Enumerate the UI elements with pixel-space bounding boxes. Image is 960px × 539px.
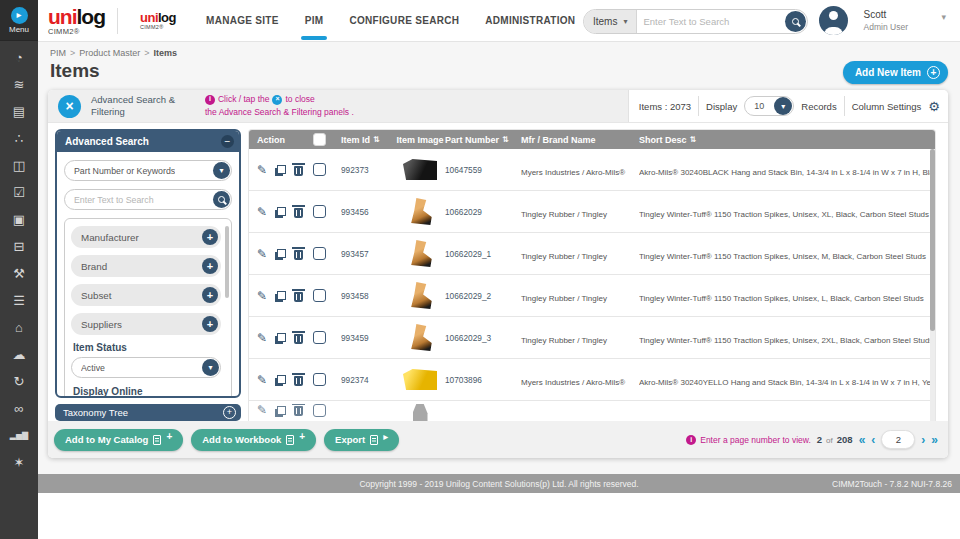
advanced-search-header[interactable]: Advanced Search − bbox=[57, 131, 239, 152]
row-checkbox[interactable] bbox=[313, 404, 326, 417]
gear-icon[interactable]: ⚙ bbox=[928, 99, 940, 114]
cloud-upload-icon[interactable]: ☁ bbox=[0, 341, 38, 368]
delete-icon[interactable] bbox=[294, 250, 303, 260]
advanced-search-placeholder[interactable]: Enter Text to Search bbox=[74, 195, 154, 205]
menu-button[interactable]: ▸ Menu bbox=[0, 0, 38, 41]
filter-suppliers[interactable]: Suppliers + bbox=[71, 313, 221, 335]
expand-plus-icon[interactable]: + bbox=[202, 229, 218, 245]
copy-icon[interactable] bbox=[277, 249, 286, 258]
search-button[interactable] bbox=[785, 11, 806, 32]
product-notes-icon[interactable]: ▤ bbox=[0, 98, 38, 125]
filter-manufacturer[interactable]: Manufacturer + bbox=[71, 226, 221, 248]
taxonomy-tree-bar[interactable]: Taxonomy Tree + bbox=[55, 404, 241, 421]
export-button[interactable]: Export ▸ bbox=[324, 429, 399, 451]
sort-icon[interactable]: ⇅ bbox=[690, 135, 697, 144]
layers-icon[interactable]: ≋ bbox=[0, 71, 38, 98]
warehouse-icon[interactable]: ⌂ bbox=[0, 314, 38, 341]
nav-manage-site[interactable]: MANAGE SITE bbox=[206, 0, 279, 42]
delete-icon[interactable] bbox=[294, 166, 303, 176]
last-page-button[interactable]: » bbox=[931, 434, 938, 446]
column-settings-label[interactable]: Column Settings bbox=[852, 101, 922, 112]
prev-page-button[interactable]: ‹ bbox=[871, 434, 875, 446]
search-scope-select[interactable]: Items ▾ bbox=[584, 10, 637, 33]
catalog-book-icon[interactable]: ◫ bbox=[0, 152, 38, 179]
media-gallery-icon[interactable]: ▣ bbox=[0, 206, 38, 233]
tools-icon[interactable]: ⚒ bbox=[0, 260, 38, 287]
search-go-button[interactable] bbox=[213, 191, 230, 208]
sitemap-icon[interactable]: ∴ bbox=[0, 125, 38, 152]
row-checkbox[interactable] bbox=[313, 373, 326, 386]
expand-plus-icon[interactable]: + bbox=[202, 316, 218, 332]
reports-chart-icon[interactable]: ▂▅▇ bbox=[0, 422, 38, 449]
collapse-icon[interactable]: − bbox=[221, 135, 234, 148]
dashboard-icon[interactable]: ◔ bbox=[0, 44, 38, 71]
user-menu[interactable]: Scott Admin User bbox=[864, 9, 908, 32]
copy-icon[interactable] bbox=[277, 406, 286, 415]
row-checkbox[interactable] bbox=[313, 331, 326, 344]
row-checkbox[interactable] bbox=[313, 163, 326, 176]
partners-icon[interactable]: ∞ bbox=[0, 395, 38, 422]
copy-icon[interactable] bbox=[277, 207, 286, 216]
add-to-workbook-button[interactable]: Add to Workbook + bbox=[191, 429, 316, 451]
edit-icon[interactable]: ✎ bbox=[257, 248, 267, 260]
search-input[interactable] bbox=[637, 16, 785, 27]
nav-administration[interactable]: ADMINISTRATION bbox=[485, 0, 575, 42]
nav-configure-search[interactable]: CONFIGURE SEARCH bbox=[349, 0, 459, 42]
breadcrumb-pim[interactable]: PIM bbox=[50, 48, 66, 58]
row-checkbox[interactable] bbox=[313, 247, 326, 260]
user-avatar[interactable] bbox=[819, 6, 848, 35]
edit-icon[interactable]: ✎ bbox=[257, 332, 267, 344]
edit-icon[interactable]: ✎ bbox=[257, 374, 267, 386]
header-short-desc[interactable]: Short Desc bbox=[639, 135, 687, 145]
edit-icon[interactable]: ✎ bbox=[257, 290, 267, 302]
close-advanced-search-button[interactable]: × bbox=[58, 95, 81, 118]
product-image[interactable] bbox=[407, 240, 433, 267]
page-number-input[interactable]: 2 bbox=[881, 430, 915, 449]
product-image[interactable] bbox=[407, 198, 433, 225]
add-to-my-catalog-button[interactable]: Add to My Catalog + bbox=[54, 429, 183, 451]
edit-icon[interactable]: ✎ bbox=[257, 206, 267, 218]
table-scrollbar-thumb[interactable] bbox=[930, 149, 935, 331]
copy-icon[interactable] bbox=[277, 333, 286, 342]
product-image[interactable] bbox=[403, 159, 437, 180]
records-per-page-select[interactable]: 10 ▾ bbox=[744, 96, 794, 116]
delete-icon[interactable] bbox=[294, 208, 303, 218]
row-checkbox[interactable] bbox=[313, 289, 326, 302]
product-image[interactable] bbox=[407, 282, 433, 309]
row-checkbox[interactable] bbox=[313, 205, 326, 218]
breadcrumb-product-master[interactable]: Product Master bbox=[79, 48, 140, 58]
product-image[interactable] bbox=[407, 324, 433, 351]
product-image[interactable] bbox=[403, 369, 437, 390]
delete-icon[interactable] bbox=[294, 376, 303, 386]
product-image[interactable] bbox=[413, 404, 428, 421]
filter-subset[interactable]: Subset + bbox=[71, 284, 221, 306]
first-page-button[interactable]: « bbox=[859, 434, 866, 446]
next-page-button[interactable]: › bbox=[921, 434, 925, 446]
expand-plus-icon[interactable]: + bbox=[202, 287, 218, 303]
delete-icon[interactable] bbox=[294, 292, 303, 302]
expand-plus-icon[interactable]: + bbox=[202, 258, 218, 274]
item-status-select[interactable]: Active ▾ bbox=[71, 357, 221, 378]
copy-icon[interactable] bbox=[277, 165, 286, 174]
select-all-checkbox[interactable] bbox=[313, 133, 326, 146]
sync-icon[interactable]: ↻ bbox=[0, 368, 38, 395]
edit-icon[interactable]: ✎ bbox=[257, 164, 267, 176]
bug-icon[interactable]: ✶ bbox=[0, 449, 38, 476]
panel-scrollbar[interactable] bbox=[225, 226, 229, 298]
delete-icon[interactable] bbox=[294, 406, 303, 416]
expand-plus-icon[interactable]: + bbox=[223, 406, 236, 419]
nav-pim[interactable]: PIM bbox=[305, 0, 324, 42]
header-item-id[interactable]: Item Id bbox=[341, 135, 370, 145]
delete-icon[interactable] bbox=[294, 334, 303, 344]
edit-icon[interactable]: ✎ bbox=[257, 404, 267, 416]
copy-icon[interactable] bbox=[277, 375, 286, 384]
header-part-number[interactable]: Part Number bbox=[445, 135, 499, 145]
filter-brand[interactable]: Brand + bbox=[71, 255, 221, 277]
add-new-item-button[interactable]: Add New Item + bbox=[843, 61, 948, 84]
sort-icon[interactable]: ⇅ bbox=[502, 135, 509, 144]
print-icon[interactable]: ⊟ bbox=[0, 233, 38, 260]
list-icon[interactable]: ☰ bbox=[0, 287, 38, 314]
table-scrollbar[interactable] bbox=[930, 149, 935, 421]
sort-icon[interactable]: ⇅ bbox=[373, 135, 380, 144]
user-chevron-down-icon[interactable]: ▾ bbox=[941, 12, 946, 22]
